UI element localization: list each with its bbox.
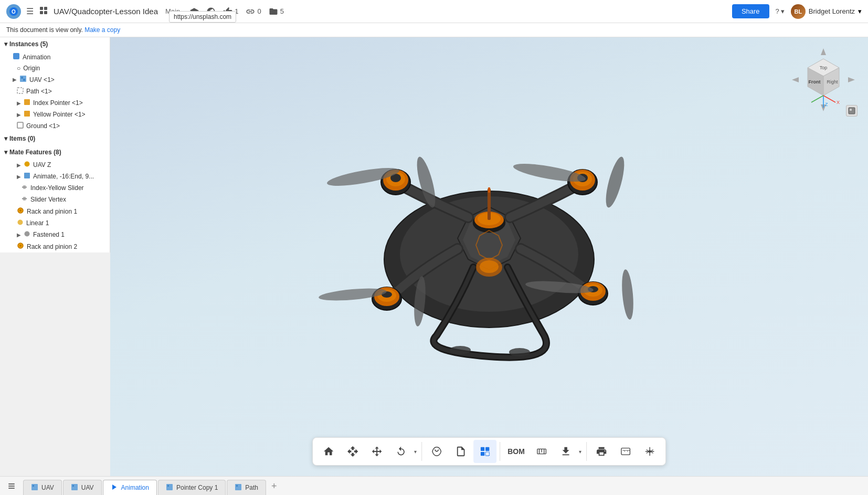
home-button[interactable] [317, 440, 340, 463]
tab-uav-2[interactable]: UAV [63, 480, 102, 496]
onshape-logo-icon: O [6, 4, 21, 19]
like-icon-btn[interactable]: 1 [223, 7, 238, 16]
svg-rect-8 [21, 77, 23, 79]
sidebar-item-rack-pinion-1[interactable]: Rack and pinion 1 [0, 205, 110, 217]
svg-rect-5 [44, 11, 47, 14]
svg-rect-7 [20, 76, 26, 82]
logo[interactable]: O [6, 4, 21, 19]
tab-uav-2-icon [71, 483, 78, 492]
status-list-icon[interactable] [4, 479, 19, 493]
measure-button[interactable] [530, 440, 553, 463]
user-chevron-icon: ▾ [858, 7, 862, 15]
svg-rect-108 [236, 485, 238, 487]
viewport[interactable]: Top Right Front Z X [110, 37, 868, 476]
svg-text:O: O [12, 9, 16, 15]
sidebar-item-ground1[interactable]: Ground <1> [0, 120, 110, 132]
sidebar-item-rack-pinion-2[interactable]: Rack and pinion 2 [0, 240, 110, 252]
tab-animation-label: Animation [121, 484, 149, 491]
yellow-pointer1-expand-icon[interactable]: ▶ [17, 112, 21, 118]
navbar-actions: 1 0 5 [189, 7, 284, 16]
help-icon: ? [776, 7, 779, 15]
svg-text:X: X [837, 100, 840, 105]
move-view-button[interactable] [341, 440, 364, 463]
tab-uav-2-label: UAV [81, 484, 94, 491]
make-copy-link[interactable]: Make a copy [84, 26, 120, 34]
view-cube[interactable]: Top Right Front Z X [789, 46, 858, 121]
mate-features-collapse-icon[interactable]: ▾ [4, 149, 7, 156]
svg-point-73 [602, 155, 628, 209]
toolbar-divider-3 [586, 442, 587, 461]
svg-rect-103 [72, 485, 74, 487]
sidebar-item-index-pointer1[interactable]: ▶ Index Pointer <1> [0, 97, 110, 109]
notes-button[interactable] [449, 440, 472, 463]
rack-pinion-2-label: Rack and pinion 2 [27, 243, 77, 250]
download-dropdown[interactable]: ▾ [554, 440, 583, 463]
scale-button[interactable] [638, 440, 661, 463]
tape-measure-button[interactable] [614, 440, 637, 463]
sidebar-item-path1[interactable]: Path <1> [0, 86, 110, 97]
rotate-dropdown[interactable]: ▾ [389, 440, 418, 463]
svg-marker-30 [792, 77, 799, 82]
svg-text:Z: Z [825, 102, 828, 107]
tab-uav[interactable]: UAV [23, 480, 62, 496]
rotate-dropdown-arrow[interactable]: ▾ [412, 449, 418, 455]
rotate-button[interactable] [389, 440, 412, 463]
tab-path[interactable]: Path [227, 480, 266, 496]
animate-expand-icon[interactable]: ▶ [17, 174, 21, 180]
sidebar-item-slider-vertex[interactable]: Slider Vertex [0, 194, 110, 205]
drone-model [305, 104, 673, 409]
sidebar-item-animation[interactable]: Animation [0, 51, 110, 63]
bom-button[interactable]: bom [503, 440, 529, 463]
sidebar-item-linear-1[interactable]: Linear 1 [0, 217, 110, 229]
files-icon-btn[interactable]: 5 [269, 7, 284, 16]
shading-button[interactable] [425, 440, 448, 463]
animation-icon [13, 52, 20, 61]
sidebar-item-fastened-1[interactable]: ▶ Fastened 1 [0, 229, 110, 240]
uav-z-expand-icon[interactable]: ▶ [17, 162, 21, 168]
link-icon-btn[interactable]: 0 [246, 7, 261, 16]
svg-rect-98 [8, 486, 15, 487]
share-button[interactable]: Share [732, 4, 769, 18]
svg-point-23 [25, 231, 30, 237]
sidebar-item-origin[interactable]: ○ Origin [0, 63, 110, 73]
instances-collapse-icon[interactable]: ▾ [4, 40, 7, 48]
sidebar-item-yellow-pointer1[interactable]: ▶ Yellow Pointer <1> [0, 109, 110, 120]
hamburger-menu-icon[interactable]: ☰ [26, 6, 34, 16]
box-select-button[interactable] [473, 440, 496, 463]
tab-animation[interactable]: Animation [103, 480, 157, 496]
index-yellow-slider-icon [21, 184, 28, 192]
svg-point-25 [19, 245, 22, 247]
uav1-expand-icon[interactable]: ▶ [13, 77, 17, 82]
index-pointer1-expand-icon[interactable]: ▶ [17, 100, 21, 106]
print-button[interactable] [590, 440, 613, 463]
globe-icon-btn[interactable] [206, 7, 216, 16]
download-button[interactable] [554, 440, 577, 463]
fastened-1-expand-icon[interactable]: ▶ [17, 232, 21, 238]
new-tab-button[interactable]: + [267, 481, 281, 491]
svg-rect-97 [8, 483, 15, 485]
sidebar-item-uav-z[interactable]: ▶ UAV Z [0, 159, 110, 171]
svg-rect-105 [166, 484, 173, 490]
download-dropdown-arrow[interactable]: ▾ [577, 449, 583, 455]
help-button[interactable]: ? ▾ [776, 7, 785, 15]
svg-marker-28 [821, 48, 826, 55]
svg-rect-43 [849, 108, 855, 114]
svg-rect-2 [40, 7, 43, 10]
links-count: 0 [257, 7, 261, 15]
index-yellow-slider-label: Index-Yellow Slider [30, 184, 84, 192]
graduate-icon-btn[interactable] [189, 7, 199, 16]
index-pointer1-icon [24, 99, 30, 107]
fastened-1-label: Fastened 1 [33, 231, 65, 238]
items-collapse-icon[interactable]: ▾ [4, 135, 7, 142]
sidebar-item-animate[interactable]: ▶ Animate, -16:End, 9... [0, 171, 110, 182]
translate-button[interactable] [365, 440, 388, 463]
tab-pointer-copy[interactable]: Pointer Copy 1 [158, 480, 226, 496]
linear-1-icon [17, 219, 24, 227]
grid-menu-icon[interactable] [39, 6, 48, 17]
svg-rect-87 [481, 452, 484, 456]
svg-marker-31 [848, 77, 855, 82]
sidebar-item-index-yellow-slider[interactable]: Index-Yellow Slider [0, 182, 110, 194]
display-mode-icon[interactable] [846, 105, 858, 117]
sidebar-item-uav1[interactable]: ▶ UAV <1> [0, 73, 110, 86]
user-profile[interactable]: BL Bridget Lorentz ▾ [791, 4, 862, 19]
